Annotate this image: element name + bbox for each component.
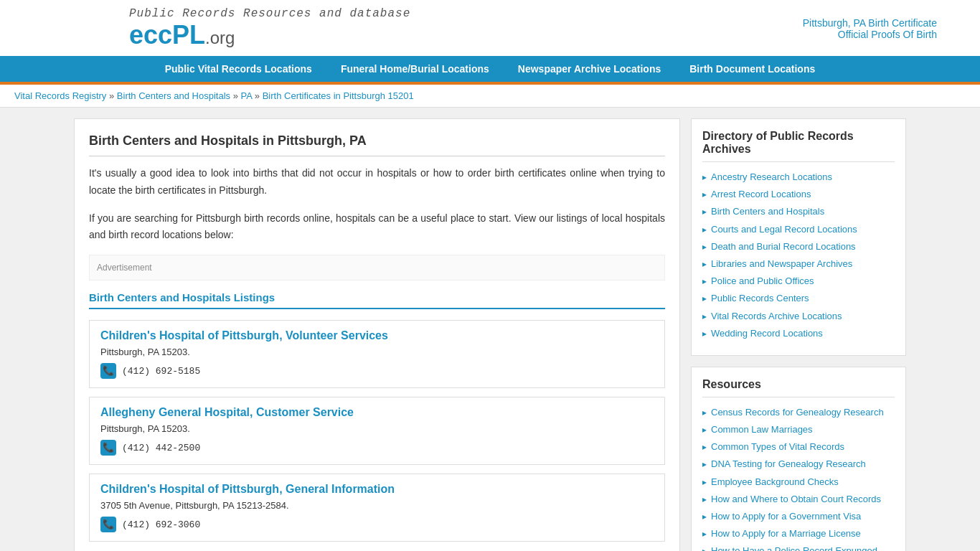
arrow-icon: ▸ bbox=[702, 512, 707, 522]
list-item: ▸Census Records for Genealogy Research bbox=[702, 406, 895, 419]
arrow-icon: ▸ bbox=[702, 225, 707, 235]
list-item: ▸DNA Testing for Genealogy Research bbox=[702, 458, 895, 471]
listing-card-1: Allegheny General Hospital, Customer Ser… bbox=[89, 397, 665, 465]
list-item: ▸Death and Burial Record Locations bbox=[702, 240, 895, 253]
listing-address-2: 3705 5th Avenue, Pittsburgh, PA 15213-25… bbox=[100, 500, 654, 511]
logo-ecc: ecc bbox=[129, 20, 172, 50]
phone-number-2: (412) 692-3060 bbox=[122, 519, 200, 530]
nav-item-nav-vital[interactable]: Public Vital Records Locations bbox=[151, 56, 326, 82]
list-item: ▸Courts and Legal Record Locations bbox=[702, 223, 895, 236]
arrow-icon: ▸ bbox=[702, 311, 707, 321]
sidebar-link-7[interactable]: Public Records Centers bbox=[711, 292, 809, 305]
arrow-icon: ▸ bbox=[702, 293, 707, 303]
listing-address-1: Pittsburgh, PA 15203. bbox=[100, 423, 654, 434]
breadcrumb-sep-0: » bbox=[106, 90, 116, 101]
resources-box: Resources ▸Census Records for Genealogy … bbox=[691, 367, 906, 551]
main-content: Birth Centers and Hospitals in Pittsburg… bbox=[74, 118, 680, 551]
breadcrumb-item-2[interactable]: PA bbox=[241, 90, 253, 101]
arrow-icon: ▸ bbox=[702, 494, 707, 504]
breadcrumb-item-3[interactable]: Birth Certificates in Pittsburgh 15201 bbox=[263, 90, 414, 101]
arrow-icon: ▸ bbox=[702, 546, 707, 551]
phone-icon-1: 📞 bbox=[100, 440, 116, 456]
arrow-icon: ▸ bbox=[702, 442, 707, 452]
listing-phone-2: 📞(412) 692-3060 bbox=[100, 517, 654, 532]
page-title: Birth Centers and Hospitals in Pittsburg… bbox=[89, 133, 665, 156]
sidebar-link-6[interactable]: Police and Public Offices bbox=[711, 275, 814, 288]
breadcrumb-item-1[interactable]: Birth Centers and Hospitals bbox=[117, 90, 230, 101]
directory-title: Directory of Public Records Archives bbox=[702, 130, 895, 162]
phone-icon-2: 📞 bbox=[100, 517, 116, 532]
sidebar-link-0[interactable]: Census Records for Genealogy Research bbox=[711, 406, 884, 419]
breadcrumb: Vital Records Registry » Birth Centers a… bbox=[0, 85, 980, 108]
arrow-icon: ▸ bbox=[702, 459, 707, 469]
sidebar-link-3[interactable]: DNA Testing for Genealogy Research bbox=[711, 458, 866, 471]
arrow-icon: ▸ bbox=[702, 276, 707, 286]
sidebar-link-9[interactable]: Wedding Record Locations bbox=[711, 327, 823, 340]
list-item: ▸How to Apply for a Marriage License bbox=[702, 527, 895, 540]
sidebar-link-1[interactable]: Common Law Marriages bbox=[711, 423, 813, 436]
listing-name-0[interactable]: Children's Hospital of Pittsburgh, Volun… bbox=[100, 329, 654, 342]
list-item: ▸Wedding Record Locations bbox=[702, 327, 895, 340]
sidebar: Directory of Public Records Archives ▸An… bbox=[691, 118, 906, 551]
listings-header: Birth Centers and Hospitals Listings bbox=[89, 291, 665, 309]
phone-number-0: (412) 692-5185 bbox=[122, 366, 200, 377]
sidebar-link-8[interactable]: Vital Records Archive Locations bbox=[711, 310, 842, 323]
sidebar-link-5[interactable]: Libraries and Newspaper Archives bbox=[711, 258, 852, 270]
resources-links: ▸Census Records for Genealogy Research▸C… bbox=[702, 406, 895, 551]
sidebar-link-2[interactable]: Common Types of Vital Records bbox=[711, 441, 844, 453]
list-item: ▸How and Where to Obtain Court Records bbox=[702, 493, 895, 506]
list-item: ▸Common Types of Vital Records bbox=[702, 441, 895, 453]
list-item: ▸Ancestry Research Locations bbox=[702, 171, 895, 184]
nav-item-nav-newspaper[interactable]: Newspaper Archive Locations bbox=[504, 56, 675, 82]
sidebar-link-4[interactable]: Employee Background Checks bbox=[711, 476, 839, 489]
listings-container: Children's Hospital of Pittsburgh, Volun… bbox=[89, 320, 665, 542]
header-link-1[interactable]: Pittsburgh, PA Birth Certificate bbox=[803, 17, 937, 29]
arrow-icon: ▸ bbox=[702, 408, 707, 418]
logo-org: .org bbox=[205, 28, 235, 47]
phone-number-1: (412) 442-2500 bbox=[122, 443, 200, 453]
sidebar-link-1[interactable]: Arrest Record Locations bbox=[711, 188, 811, 201]
intro-text-1: It's usually a good idea to look into bi… bbox=[89, 165, 665, 199]
list-item: ▸Police and Public Offices bbox=[702, 275, 895, 288]
tagline: Public Records Resources and database bbox=[129, 7, 410, 20]
header-link-2[interactable]: Official Proofs Of Birth bbox=[803, 29, 937, 40]
sidebar-link-3[interactable]: Courts and Legal Record Locations bbox=[711, 223, 857, 236]
sidebar-link-2[interactable]: Birth Centers and Hospitals bbox=[711, 205, 824, 218]
listing-name-2[interactable]: Children's Hospital of Pittsburgh, Gener… bbox=[100, 483, 654, 496]
listing-phone-0: 📞(412) 692-5185 bbox=[100, 363, 654, 379]
listing-phone-1: 📞(412) 442-2500 bbox=[100, 440, 654, 456]
logo-pl: PL bbox=[172, 20, 205, 50]
resources-title: Resources bbox=[702, 378, 895, 397]
list-item: ▸Common Law Marriages bbox=[702, 423, 895, 436]
sidebar-link-6[interactable]: How to Apply for a Government Visa bbox=[711, 510, 861, 523]
listing-card-0: Children's Hospital of Pittsburgh, Volun… bbox=[89, 320, 665, 388]
listing-name-1[interactable]: Allegheny General Hospital, Customer Ser… bbox=[100, 406, 654, 419]
listing-address-0: Pittsburgh, PA 15203. bbox=[100, 347, 654, 357]
breadcrumb-sep-2: » bbox=[252, 90, 262, 101]
main-nav: Public Vital Records LocationsFuneral Ho… bbox=[0, 56, 980, 82]
intro-text-2: If you are searching for Pittsburgh birt… bbox=[89, 210, 665, 245]
header-links: Pittsburgh, PA Birth Certificate Officia… bbox=[803, 17, 966, 40]
nav-item-nav-funeral[interactable]: Funeral Home/Burial Locations bbox=[326, 56, 504, 82]
sidebar-link-4[interactable]: Death and Burial Record Locations bbox=[711, 240, 856, 253]
directory-links: ▸Ancestry Research Locations▸Arrest Reco… bbox=[702, 171, 895, 340]
list-item: ▸Libraries and Newspaper Archives bbox=[702, 258, 895, 270]
listing-card-2: Children's Hospital of Pittsburgh, Gener… bbox=[89, 474, 665, 542]
list-item: ▸Public Records Centers bbox=[702, 292, 895, 305]
sidebar-link-5[interactable]: How and Where to Obtain Court Records bbox=[711, 493, 881, 506]
phone-icon-0: 📞 bbox=[100, 363, 116, 379]
logo: eccPL.org bbox=[129, 20, 410, 50]
arrow-icon: ▸ bbox=[702, 329, 707, 339]
sidebar-link-7[interactable]: How to Apply for a Marriage License bbox=[711, 527, 861, 540]
arrow-icon: ▸ bbox=[702, 172, 707, 182]
arrow-icon: ▸ bbox=[702, 529, 707, 539]
sidebar-link-8[interactable]: How to Have a Police Record Expunged bbox=[711, 545, 877, 551]
breadcrumb-item-0[interactable]: Vital Records Registry bbox=[14, 90, 106, 101]
directory-box: Directory of Public Records Archives ▸An… bbox=[691, 118, 906, 356]
breadcrumb-sep-1: » bbox=[230, 90, 240, 101]
nav-item-nav-birth[interactable]: Birth Document Locations bbox=[675, 56, 829, 82]
arrow-icon: ▸ bbox=[702, 189, 707, 199]
sidebar-link-0[interactable]: Ancestry Research Locations bbox=[711, 171, 832, 184]
list-item: ▸Employee Background Checks bbox=[702, 476, 895, 489]
arrow-icon: ▸ bbox=[702, 207, 707, 217]
